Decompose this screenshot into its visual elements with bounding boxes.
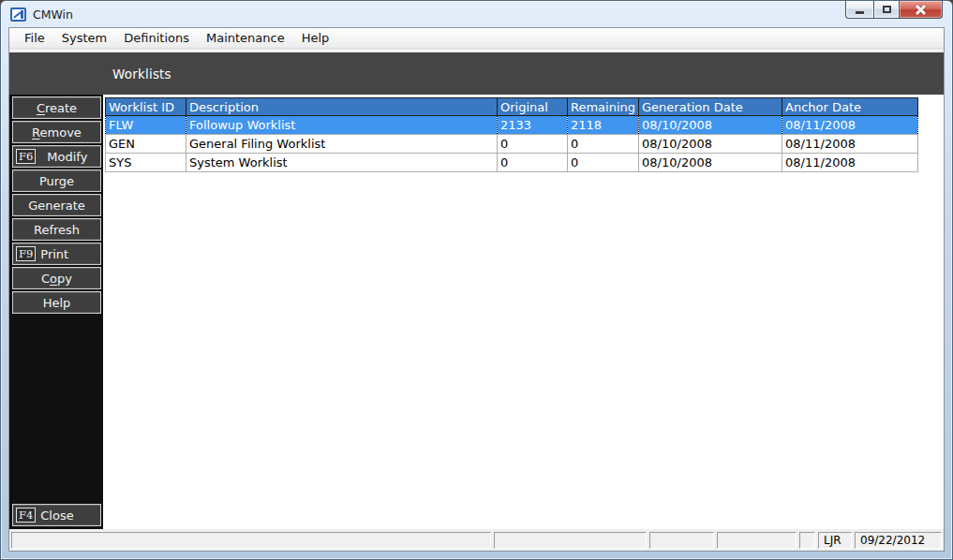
close-icon [916, 5, 926, 15]
col-anchor-date[interactable]: Anchor Date [782, 98, 918, 116]
modify-button[interactable]: F6 Modify [12, 145, 101, 168]
create-button[interactable]: Create [12, 96, 101, 119]
menu-definitions[interactable]: Definitions [115, 29, 198, 47]
status-bar: LJR 09/22/2012 [9, 529, 944, 551]
col-original[interactable]: Original [498, 98, 568, 116]
minimize-icon [856, 11, 864, 14]
menu-maintenance[interactable]: Maintenance [198, 29, 293, 47]
client-area: File System Definitions Maintenance Help… [8, 27, 945, 552]
generate-button[interactable]: Generate [12, 194, 101, 216]
table-row-gen[interactable]: GEN General Filing Worklist 0 0 08/10/20… [106, 135, 918, 154]
table-row-flw[interactable]: FLW Followup Worklist 2133 2118 08/10/20… [106, 116, 918, 135]
purge-button[interactable]: Purge [12, 169, 101, 192]
caption-buttons [845, 1, 943, 19]
status-segment-2 [494, 532, 647, 549]
app-window: CMWin File System Definitions Maintenanc… [0, 0, 953, 560]
f9-key-badge: F9 [16, 246, 36, 261]
col-description[interactable]: Description [186, 98, 498, 116]
remove-button[interactable]: Remove [12, 121, 101, 143]
page-title: Worklists [9, 66, 171, 81]
menu-bar: File System Definitions Maintenance Help [9, 28, 944, 49]
status-segment-5 [799, 532, 815, 549]
copy-button[interactable]: Copy [12, 267, 101, 289]
help-button[interactable]: Help [12, 291, 101, 314]
window-title: CMWin [33, 7, 73, 22]
status-segment-4 [717, 532, 797, 549]
print-button[interactable]: F9 Print [12, 243, 101, 265]
titlebar[interactable]: CMWin [1, 1, 952, 27]
menu-help[interactable]: Help [293, 29, 338, 47]
col-generation-date[interactable]: Generation Date [639, 98, 782, 116]
maximize-icon [883, 6, 891, 13]
lst-logo-icon [10, 7, 26, 22]
status-segment-1 [11, 532, 491, 549]
menu-file[interactable]: File [16, 29, 53, 47]
table-row-sys[interactable]: SYS System Worklist 0 0 08/10/2008 08/11… [106, 154, 918, 172]
sidebar: Create Remove F6 Modify Purge Generate R… [9, 95, 103, 529]
worklists-table: Worklist ID Description Original Remaini… [105, 97, 918, 172]
sidebar-spacer [12, 316, 101, 504]
minimize-button[interactable] [845, 1, 873, 19]
col-worklist-id[interactable]: Worklist ID [106, 98, 186, 116]
content-area: Worklist ID Description Original Remaini… [103, 95, 944, 529]
main-area: Create Remove F6 Modify Purge Generate R… [9, 95, 944, 529]
status-user: LJR [818, 532, 852, 549]
status-date: 09/22/2012 [855, 532, 942, 549]
table-header-row: Worklist ID Description Original Remaini… [106, 98, 918, 116]
menu-system[interactable]: System [53, 29, 115, 47]
f4-key-badge: F4 [16, 508, 36, 523]
f6-key-badge: F6 [16, 149, 36, 164]
close-window-button[interactable] [900, 1, 943, 19]
page-header: Worklists [9, 52, 944, 95]
refresh-button[interactable]: Refresh [12, 218, 101, 241]
close-button[interactable]: F4 Close [12, 504, 101, 526]
col-remaining[interactable]: Remaining [568, 98, 639, 116]
status-segment-3 [649, 532, 714, 549]
maximize-button[interactable] [873, 1, 900, 19]
